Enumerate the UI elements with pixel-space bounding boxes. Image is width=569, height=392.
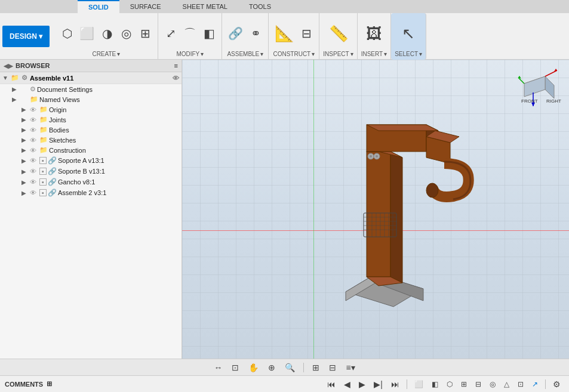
select-main-button[interactable]: ↖ bbox=[399, 23, 417, 45]
design-button[interactable]: DESIGN ▾ bbox=[2, 26, 50, 47]
named-views-label: Named Views bbox=[39, 96, 179, 103]
toolbar-group-modify: ⤢ ⌒ ◧ MODIFY ▾ bbox=[158, 13, 222, 60]
comments-bar: COMMENTS ⊞ bbox=[0, 376, 319, 393]
tree-item-construction[interactable]: ▶ 👁 📁 Construction bbox=[0, 145, 182, 155]
gancho-link-icon: 🔗 bbox=[48, 178, 57, 186]
tree-item-soporte-a[interactable]: ▶ 👁 ▪ 🔗 Soporte A v13:1 bbox=[0, 155, 182, 166]
play-button[interactable]: ▶ bbox=[355, 378, 369, 391]
selection-filter-5[interactable]: ⊟ bbox=[472, 378, 485, 390]
box-button[interactable]: ⊞ bbox=[136, 24, 154, 42]
tab-tools[interactable]: TOOLS bbox=[238, 0, 282, 13]
toolbar-group-inspect: 📏 INSPECT ▾ bbox=[319, 13, 357, 60]
vis-assemble-2: 👁 bbox=[30, 189, 38, 196]
construct-more-button[interactable]: ⊟ bbox=[297, 24, 315, 42]
3d-model bbox=[274, 65, 477, 328]
view-options-button[interactable]: ≡▾ bbox=[342, 361, 358, 374]
chamfer-button[interactable]: ◧ bbox=[200, 24, 218, 42]
soporte-a-label: Soporte A v13:1 bbox=[58, 157, 179, 164]
assemble-2-label: Assemble 2 v3:1 bbox=[58, 189, 179, 196]
sep3 bbox=[545, 379, 546, 389]
modify-label: MODIFY ▾ bbox=[176, 51, 204, 57]
selection-filter-8[interactable]: ⊡ bbox=[514, 378, 527, 390]
sketches-icon: 📁 bbox=[39, 136, 48, 144]
orbit-button[interactable]: ↔ bbox=[210, 361, 226, 374]
skip-prev-button[interactable]: ⏮ bbox=[324, 378, 339, 391]
insert-main-button[interactable]: 🖼 bbox=[364, 23, 384, 45]
selection-filter-6[interactable]: ◎ bbox=[486, 378, 499, 390]
settings-gear-button[interactable]: ⚙ bbox=[549, 378, 564, 391]
tree-item-soporte-b[interactable]: ▶ 👁 ▪ 🔗 Soporte B v13:1 bbox=[0, 166, 182, 177]
zoom-button[interactable]: ⊕ bbox=[264, 361, 279, 374]
viewport[interactable]: FRONT RIGHT bbox=[182, 60, 569, 359]
fit-button[interactable]: ⊡ bbox=[228, 361, 242, 374]
tab-sheet-metal[interactable]: SHEET METAL bbox=[172, 0, 238, 13]
revolve-button[interactable]: ◑ bbox=[98, 24, 116, 42]
press-pull-button[interactable]: ⤢ bbox=[162, 24, 180, 42]
tab-surface[interactable]: SURFACE bbox=[119, 0, 172, 13]
fillet-icon: ⌒ bbox=[184, 26, 196, 42]
gancho-box-icon: ▪ bbox=[39, 178, 47, 186]
fillet-button[interactable]: ⌒ bbox=[181, 24, 199, 44]
vis-soporte-b: 👁 bbox=[30, 168, 38, 175]
browser-root-item[interactable]: ▼ 📁 ⚙ Assemble v11 👁 bbox=[0, 72, 182, 84]
pan-button[interactable]: ✋ bbox=[245, 361, 262, 374]
selection-filter-3[interactable]: ⬡ bbox=[443, 378, 456, 390]
joint-button[interactable]: 🔗 bbox=[226, 24, 245, 42]
root-visible-icon[interactable]: 👁 bbox=[173, 75, 179, 82]
tree-item-gancho[interactable]: ▶ 👁 ▪ 🔗 Gancho v8:1 bbox=[0, 177, 182, 187]
selection-filter-2[interactable]: ◧ bbox=[428, 378, 442, 390]
tree-item-bodies[interactable]: ▶ 👁 📁 Bodies bbox=[0, 125, 182, 135]
expand-construction: ▶ bbox=[21, 147, 29, 153]
display-settings-button[interactable]: ⊞ bbox=[309, 361, 323, 374]
grid-settings-button[interactable]: ⊟ bbox=[325, 361, 340, 374]
expand-named-views: ▶ bbox=[12, 96, 19, 103]
select-label: SELECT ▾ bbox=[395, 51, 422, 57]
viewcube[interactable]: FRONT RIGHT bbox=[515, 66, 563, 113]
prev-button[interactable]: ◀ bbox=[340, 378, 354, 391]
svg-marker-30 bbox=[545, 76, 554, 98]
svg-point-15 bbox=[426, 183, 438, 197]
hole-icon: ◎ bbox=[121, 26, 131, 41]
tree-item-sketches[interactable]: ▶ 👁 📁 Sketches bbox=[0, 135, 182, 145]
hole-button[interactable]: ◎ bbox=[117, 24, 135, 42]
as-built-joint-button[interactable]: ⚭ bbox=[247, 24, 264, 42]
browser-content: ▼ 📁 ⚙ Assemble v11 👁 ▶ ⚙ Document Settin… bbox=[0, 72, 182, 359]
svg-point-12 bbox=[376, 155, 378, 158]
selection-filter-4[interactable]: ⊞ bbox=[457, 378, 470, 390]
tab-solid[interactable]: SOLID bbox=[78, 0, 119, 13]
expand-gancho: ▶ bbox=[21, 179, 29, 186]
selection-filter-1[interactable]: ⬜ bbox=[411, 378, 427, 390]
assemble-label: ASSEMBLE ▾ bbox=[227, 51, 263, 57]
playback-controls: ⏮ ◀ ▶ ▶| ⏭ ⬜ ◧ ⬡ ⊞ ⊟ ◎ △ ⊡ ↗ ⚙ bbox=[319, 378, 569, 391]
extrude-button[interactable]: ⬜ bbox=[77, 24, 97, 42]
tree-item-named-views[interactable]: ▶ 📁 Named Views bbox=[0, 94, 182, 104]
next-button[interactable]: ▶| bbox=[370, 378, 386, 391]
tree-item-assemble-2[interactable]: ▶ 👁 ▪ 🔗 Assemble 2 v3:1 bbox=[0, 187, 182, 198]
tree-item-doc-settings[interactable]: ▶ ⚙ Document Settings bbox=[0, 84, 182, 94]
svg-line-34 bbox=[518, 78, 524, 84]
sep1 bbox=[303, 363, 304, 372]
toolbar-group-construct: 📐 ⊟ CONSTRUCT ▾ bbox=[269, 13, 319, 60]
expand-bodies: ▶ bbox=[21, 126, 29, 133]
soporte-b-label: Soporte B v13:1 bbox=[58, 168, 179, 175]
skip-next-button[interactable]: ⏭ bbox=[387, 378, 403, 391]
new-component-button[interactable]: ⬡ bbox=[58, 24, 76, 42]
construction-label: Construction bbox=[49, 147, 179, 154]
revolve-icon: ◑ bbox=[102, 26, 112, 41]
main-area: ◀▶ BROWSER ≡ ▼ 📁 ⚙ Assemble v11 👁 ▶ ⚙ Do… bbox=[0, 60, 569, 359]
construct-main-button[interactable]: 📐 bbox=[272, 23, 296, 45]
tree-item-joints[interactable]: ▶ 👁 📁 Joints bbox=[0, 115, 182, 125]
browser-options-icon[interactable]: ≡ bbox=[174, 62, 178, 69]
inspect-main-button[interactable]: 📏 bbox=[327, 23, 350, 45]
tree-item-origin[interactable]: ▶ 👁 📁 Origin bbox=[0, 104, 182, 115]
selection-filter-arrow[interactable]: ↗ bbox=[528, 378, 542, 390]
joint-icon: 🔗 bbox=[228, 26, 243, 41]
zoom-window-button[interactable]: 🔍 bbox=[281, 361, 299, 374]
browser-title: BROWSER bbox=[16, 62, 50, 69]
comments-expand-icon[interactable]: ⊞ bbox=[47, 380, 52, 388]
toolbar-group-assemble: 🔗 ⚭ ASSEMBLE ▾ bbox=[222, 13, 269, 60]
origin-icon: 📁 bbox=[39, 106, 48, 113]
selection-filter-7[interactable]: △ bbox=[500, 378, 513, 390]
browser-collapse-icon[interactable]: ◀▶ bbox=[4, 63, 13, 69]
inspect-label: INSPECT ▾ bbox=[323, 51, 353, 57]
